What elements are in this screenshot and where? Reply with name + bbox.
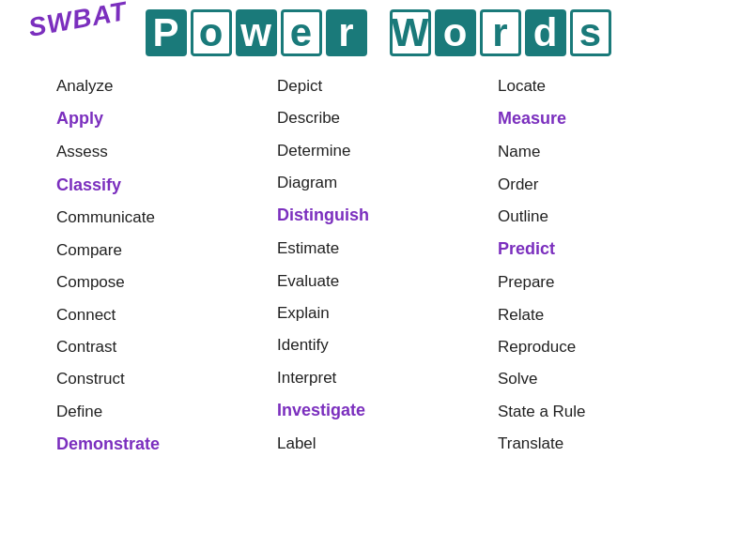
word-item: Analyze bbox=[56, 70, 277, 102]
title-container: P o w e r W o r d s bbox=[146, 9, 611, 56]
word-item: Name bbox=[498, 136, 718, 168]
word-item: Outline bbox=[498, 201, 718, 233]
word-item: Reproduce bbox=[498, 331, 718, 363]
word-item: Compose bbox=[56, 266, 277, 298]
title-letter-d: d bbox=[525, 9, 566, 56]
word-item: Explain bbox=[277, 297, 498, 329]
header: SWBAT P o w e r W o r d s bbox=[0, 0, 756, 61]
word-item: Distinguish bbox=[277, 199, 498, 233]
word-list-container: AnalyzeApplyAssessClassifyCommunicateCom… bbox=[0, 61, 756, 476]
word-item: Communicate bbox=[56, 202, 277, 234]
title-letter-r: r bbox=[326, 9, 367, 56]
title-letter-e: e bbox=[281, 9, 322, 56]
word-item: Estimate bbox=[277, 233, 498, 265]
word-column-1: AnalyzeApplyAssessClassifyCommunicateCom… bbox=[56, 70, 277, 462]
word-item: Classify bbox=[56, 169, 277, 203]
title-letter-o2: o bbox=[435, 9, 476, 56]
word-item: Assess bbox=[56, 136, 277, 168]
title-letter-r2: r bbox=[480, 9, 521, 56]
word-item: State a Rule bbox=[498, 396, 718, 428]
word-item: Demonstrate bbox=[56, 428, 277, 462]
word-item: Interpret bbox=[277, 362, 498, 394]
word-item: Describe bbox=[277, 102, 498, 134]
title-letter-W: W bbox=[390, 9, 431, 56]
word-item: Prepare bbox=[498, 266, 718, 298]
title-letter-w: w bbox=[236, 9, 277, 56]
word-item: Measure bbox=[498, 102, 718, 136]
word-item: Investigate bbox=[277, 394, 498, 428]
word-item: Diagram bbox=[277, 167, 498, 199]
word-item: Apply bbox=[56, 102, 277, 136]
word-item: Translate bbox=[498, 428, 718, 460]
word-item: Contrast bbox=[56, 331, 277, 363]
word-item: Determine bbox=[277, 135, 498, 167]
word-item: Label bbox=[277, 428, 498, 460]
title-letter-o1: o bbox=[191, 9, 232, 56]
word-item: Relate bbox=[498, 299, 718, 331]
title-letter-s: s bbox=[570, 9, 611, 56]
word-item: Evaluate bbox=[277, 266, 498, 297]
word-item: Locate bbox=[498, 70, 718, 102]
word-item: Depict bbox=[277, 70, 498, 102]
word-item: Connect bbox=[56, 299, 277, 331]
title-letter-P: P bbox=[146, 9, 187, 56]
word-item: Predict bbox=[498, 233, 718, 266]
word-column-2: DepictDescribeDetermineDiagramDistinguis… bbox=[277, 70, 498, 462]
word-column-3: LocateMeasureNameOrderOutlinePredictPrep… bbox=[498, 70, 718, 462]
word-item: Identify bbox=[277, 329, 498, 361]
word-item: Solve bbox=[498, 363, 718, 395]
word-item: Order bbox=[498, 169, 718, 201]
power-words-title: P o w e r W o r d s bbox=[146, 9, 611, 56]
word-item: Compare bbox=[56, 235, 277, 266]
swbat-logo: SWBAT bbox=[26, 0, 130, 43]
word-item: Construct bbox=[56, 363, 277, 395]
word-item: Define bbox=[56, 396, 277, 428]
